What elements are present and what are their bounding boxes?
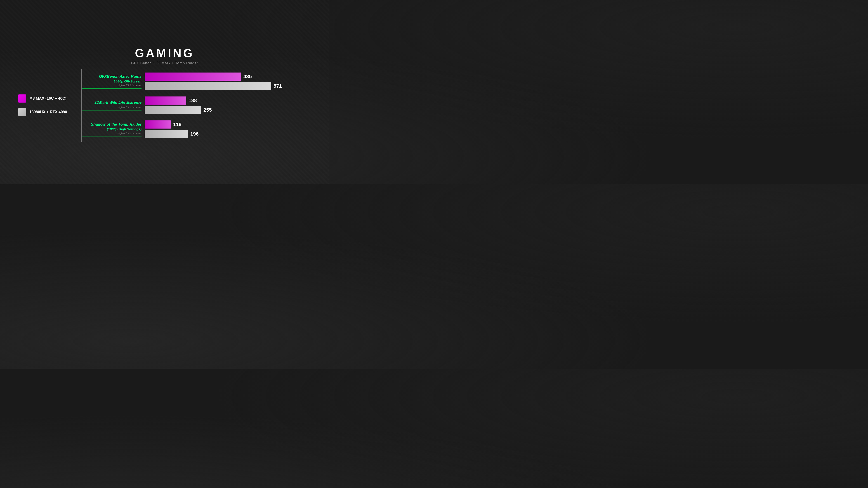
chart-rows: GFXBench Aztec Ruins1440p Off-Screenhigh…: [81, 72, 311, 138]
bar-fill-tombRaider-0: [145, 121, 171, 129]
legend-label-m3max: M3 MAX (16C + 40C): [29, 96, 66, 101]
legend-item-rtx4090: 13980HX + RTX 4090: [18, 108, 72, 116]
header: GAMING GFX Bench + 3DMark + Tomb Raider: [131, 46, 198, 65]
chart-axis-line: [81, 69, 82, 142]
legend-swatch-magenta: [18, 94, 26, 103]
bar-fill-3dmark-1: [145, 106, 201, 114]
content-area: M3 MAX (16C + 40C) 13980HX + RTX 4090 GF…: [0, 72, 329, 138]
benchmark-row-tombRaider: Shadow of the Tomb Raider(1080p High Set…: [81, 121, 311, 138]
legend-item-m3max: M3 MAX (16C + 40C): [18, 94, 72, 103]
benchmark-row-gfxbench: GFXBench Aztec Ruins1440p Off-Screenhigh…: [81, 72, 311, 90]
bench-note-tombRaider: higher FPS is better: [81, 132, 142, 135]
bar-row-tombRaider-0: 118: [145, 121, 311, 129]
bar-row-3dmark-0: 188: [145, 96, 311, 105]
benchmark-label-tombRaider: Shadow of the Tomb Raider(1080p High Set…: [81, 122, 145, 137]
bar-value-tombRaider-1: 196: [190, 131, 199, 137]
bar-value-3dmark-0: 188: [188, 98, 197, 103]
bar-value-gfxbench-1: 571: [274, 83, 282, 89]
bar-fill-gfxbench-1: [145, 82, 271, 90]
bar-row-gfxbench-0: 435: [145, 72, 311, 80]
benchmark-label-gfxbench: GFXBench Aztec Ruins1440p Off-Screenhigh…: [81, 74, 145, 89]
bars-side-tombRaider: 118196: [145, 121, 311, 138]
page-title: GAMING: [131, 46, 198, 60]
page-subtitle: GFX Bench + 3DMark + Tomb Raider: [131, 61, 198, 65]
bar-value-tombRaider-0: 118: [173, 122, 182, 127]
bench-underline-tombRaider: [81, 136, 142, 136]
bench-title-tombRaider: Shadow of the Tomb Raider: [81, 122, 142, 127]
bench-note-gfxbench: higher FPS is better: [81, 84, 142, 87]
bar-value-3dmark-1: 255: [204, 107, 212, 113]
legend-swatch-white: [18, 108, 26, 116]
bench-underline-gfxbench: [81, 88, 142, 89]
bar-fill-3dmark-0: [145, 96, 186, 105]
bars-side-gfxbench: 435571: [145, 72, 311, 90]
bar-row-tombRaider-1: 196: [145, 130, 311, 138]
bench-title-gfxbench: GFXBench Aztec Ruins: [81, 74, 142, 79]
benchmark-row-3dmark: 3DMark Wild Life Extremehigher FPS is be…: [81, 96, 311, 114]
bench-subtitle-gfxbench: 1440p Off-Screen: [81, 79, 142, 84]
bench-title-3dmark: 3DMark Wild Life Extreme: [81, 100, 142, 105]
bar-fill-gfxbench-0: [145, 72, 241, 80]
bars-side-3dmark: 188255: [145, 96, 311, 114]
benchmark-label-3dmark: 3DMark Wild Life Extremehigher FPS is be…: [81, 100, 145, 110]
bar-row-gfxbench-1: 571: [145, 82, 311, 90]
bar-row-3dmark-1: 255: [145, 106, 311, 114]
chart: GFXBench Aztec Ruins1440p Off-Screenhigh…: [81, 72, 311, 138]
page-container: GAMING GFX Bench + 3DMark + Tomb Raider …: [0, 0, 329, 184]
bar-value-gfxbench-0: 435: [243, 74, 252, 79]
bar-fill-tombRaider-1: [145, 130, 188, 138]
legend: M3 MAX (16C + 40C) 13980HX + RTX 4090: [18, 94, 72, 116]
bench-note-3dmark: higher FPS is better: [81, 106, 142, 109]
bench-subtitle-tombRaider: (1080p High Settings): [81, 127, 142, 131]
bench-underline-3dmark: [81, 110, 142, 110]
legend-label-rtx4090: 13980HX + RTX 4090: [29, 110, 67, 114]
